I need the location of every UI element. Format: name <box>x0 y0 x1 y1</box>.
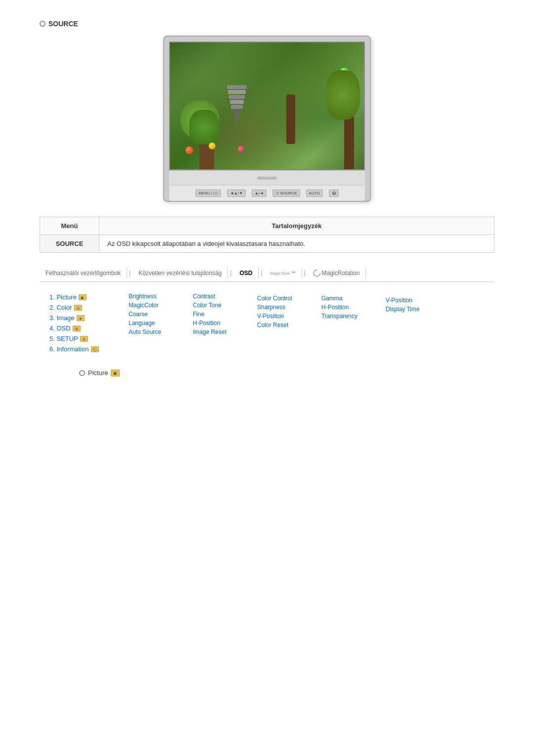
picture-icon: ▣ <box>79 294 87 300</box>
tab-magicrotation[interactable]: MagicRotation <box>308 268 366 279</box>
info-icon: ⓘ <box>91 346 99 352</box>
link-auto-source[interactable]: Auto Source <box>129 328 193 336</box>
menu-header-cell: Menü <box>40 217 99 235</box>
source-header: SOURCE <box>40 20 494 28</box>
col1-items: Brightness MagicColor Coarse Language Au… <box>129 292 193 354</box>
col4-items: Gamma H-Position Transparency <box>321 292 386 354</box>
sep3: | <box>259 270 264 277</box>
info-num-label: 6. Information <box>49 345 89 353</box>
tab-osd[interactable]: OSD <box>233 268 259 279</box>
menu-numbered-items: 1. Picture ▣ 2. Color ◎ 3. Image ◈ 4. OS… <box>49 292 129 354</box>
link-h-position-3[interactable]: H-Position <box>321 303 386 312</box>
brightness-btn[interactable]: ◄▲/▼ <box>227 189 246 197</box>
link-coarse[interactable]: Coarse <box>129 310 193 319</box>
link-transparency[interactable]: Transparency <box>321 312 386 321</box>
sep2: | <box>228 270 233 277</box>
source-label-cell: SOURCE <box>40 235 99 253</box>
link-gamma[interactable]: Gamma <box>321 294 386 303</box>
link-col4-4[interactable] <box>321 321 386 323</box>
setup-num-label: 5. SETUP <box>49 335 78 342</box>
osd-num-label: 4. OSD <box>49 325 71 332</box>
link-color-reset[interactable]: Color Reset <box>257 321 321 330</box>
power-btn[interactable]: ⏻ <box>329 189 339 197</box>
menu-item-picture[interactable]: 1. Picture ▣ <box>49 292 129 302</box>
link-fine[interactable]: Fine <box>193 310 257 319</box>
image-icon: ◈ <box>77 315 85 321</box>
col2-items: Contrast Color Tone Fine H-Position Imag… <box>193 292 257 354</box>
monitor-controls-row: MENU / □□ ◄▲/▼ ▲/◄ □/ SOURCE AUTO ⏻ <box>169 185 365 201</box>
menu-item-setup[interactable]: 5. SETUP ⚙ <box>49 333 129 344</box>
monitor-screen <box>169 42 365 170</box>
source-title: SOURCE <box>48 20 78 28</box>
link-v-position-3[interactable]: V-Position <box>386 296 450 305</box>
nav-tabs: Felhasználói vezérlőgombok | Közvetlen v… <box>40 265 494 282</box>
source-circle-icon <box>40 21 45 27</box>
sep4: | <box>302 270 308 277</box>
link-display-time[interactable]: Display Time <box>386 305 450 314</box>
source-ctrl-btn[interactable]: □/ SOURCE <box>272 189 300 197</box>
tab-user-controls[interactable]: Felhasználói vezérlőgombok <box>40 268 127 279</box>
table-header-row: Menü Tartalomjegyzék <box>40 217 494 235</box>
link-v-position-4[interactable]: V-Position <box>257 312 321 321</box>
menu-item-information[interactable]: 6. Information ⓘ <box>49 344 129 354</box>
auto-btn[interactable]: AUTO <box>306 189 323 197</box>
link-brightness[interactable]: Brightness <box>129 292 193 301</box>
picture-num-label: 1. Picture <box>49 293 77 301</box>
link-magiccolor[interactable]: MagicColor <box>129 301 193 310</box>
picture-footer: Picture ▣ <box>79 369 494 377</box>
menu-grid: 1. Picture ▣ 2. Color ◎ 3. Image ◈ 4. OS… <box>40 292 494 354</box>
tab-direct-control[interactable]: Közvetlen vezérlési tulajdonság <box>133 268 228 279</box>
menu-btn[interactable]: MENU / □□ <box>195 189 221 197</box>
menu-item-osd[interactable]: 4. OSD ⊞ <box>49 323 129 333</box>
tab-magictune[interactable]: MagicTune ™ <box>265 269 302 278</box>
monitor-bezel <box>169 170 365 185</box>
volume-btn[interactable]: ▲/◄ <box>252 189 267 197</box>
source-desc-cell: Az OSD kikapcsolt állapotában a videojel… <box>99 235 494 253</box>
footer-circle-icon <box>79 370 85 376</box>
link-contrast[interactable]: Contrast <box>193 292 257 301</box>
col5-items: V-Position Display Time <box>386 292 450 354</box>
menu-item-image[interactable]: 3. Image ◈ <box>49 313 129 323</box>
setup-icon: ⚙ <box>80 336 88 342</box>
link-language[interactable]: Language <box>129 319 193 328</box>
osd-icon: ⊞ <box>73 326 81 331</box>
link-col5-4[interactable] <box>386 314 450 316</box>
link-color-tone[interactable]: Color Tone <box>193 301 257 310</box>
monitor: MENU / □□ ◄▲/▼ ▲/◄ □/ SOURCE AUTO ⏻ <box>163 36 371 202</box>
monitor-container: MENU / □□ ◄▲/▼ ▲/◄ □/ SOURCE AUTO ⏻ <box>40 36 494 202</box>
menu-item-color[interactable]: 2. Color ◎ <box>49 302 129 313</box>
footer-picture-icon: ▣ <box>111 370 120 377</box>
info-table: Menü Tartalomjegyzék SOURCE Az OSD kikap… <box>40 217 494 253</box>
image-num-label: 3. Image <box>49 314 75 322</box>
color-icon: ◎ <box>74 305 82 311</box>
source-info-row: SOURCE Az OSD kikapcsolt állapotában a v… <box>40 235 494 253</box>
toc-header-cell: Tartalomjegyzék <box>99 217 494 235</box>
link-image-reset[interactable]: Image Reset <box>193 328 257 336</box>
color-num-label: 2. Color <box>49 304 72 311</box>
link-h-position-4[interactable]: H-Position <box>193 319 257 328</box>
col3-items: Color Control Sharpness V-Position Color… <box>257 292 321 354</box>
link-sharpness[interactable]: Sharpness <box>257 303 321 312</box>
link-color-control[interactable]: Color Control <box>257 294 321 303</box>
sep1: | <box>127 270 133 277</box>
footer-picture-label: Picture <box>88 369 108 377</box>
